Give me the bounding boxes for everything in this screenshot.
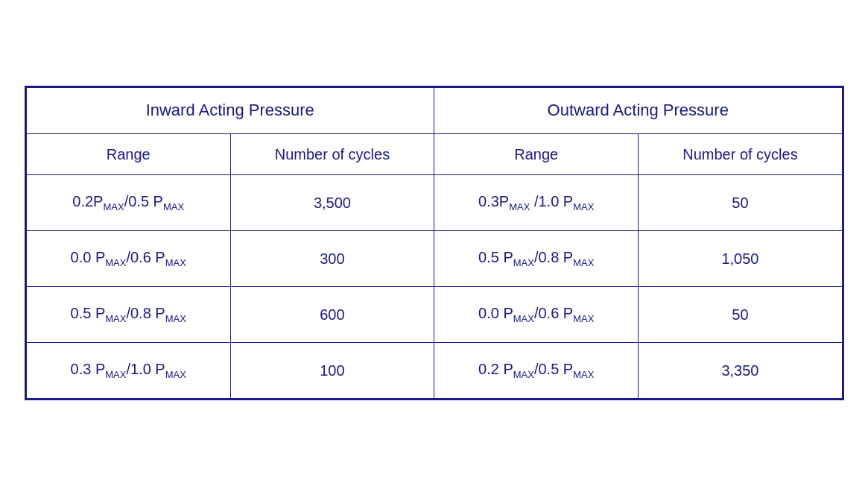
inward-range-cell-3: 0.3 PMAX/1.0 PMAX [26, 342, 230, 398]
table-row: 0.0 PMAX/0.6 PMAX3000.5 PMAX/0.8 PMAX1,0… [26, 230, 842, 286]
inward-range-cell-1: 0.0 PMAX/0.6 PMAX [26, 230, 230, 286]
table-row: 0.2PMAX/0.5 PMAX3,5000.3PMAX /1.0 PMAX50 [26, 175, 842, 231]
outward-cycles-cell-0: 50 [639, 175, 842, 231]
inward-cycles-cell-1: 300 [230, 230, 434, 286]
outward-cycles-cell-2: 50 [639, 286, 842, 342]
inward-header: Inward Acting Pressure [26, 88, 434, 134]
table-row: 0.3 PMAX/1.0 PMAX1000.2 PMAX/0.5 PMAX3,3… [26, 342, 842, 398]
inward-range-cell-2: 0.5 PMAX/0.8 PMAX [26, 286, 230, 342]
outward-range-header: Range [434, 134, 638, 175]
table-row: 0.5 PMAX/0.8 PMAX6000.0 PMAX/0.6 PMAX50 [26, 286, 842, 342]
outward-header: Outward Acting Pressure [434, 88, 842, 134]
outward-range-cell-3: 0.2 PMAX/0.5 PMAX [434, 342, 638, 398]
outward-cycles-cell-3: 3,350 [639, 342, 842, 398]
inward-range-header: Range [26, 134, 230, 175]
outward-range-cell-2: 0.0 PMAX/0.6 PMAX [434, 286, 638, 342]
outward-cycles-cell-1: 1,050 [639, 230, 842, 286]
inward-cycles-cell-2: 600 [230, 286, 434, 342]
inward-cycles-header: Number of cycles [230, 134, 434, 175]
outward-cycles-header: Number of cycles [639, 134, 842, 175]
inward-cycles-cell-3: 100 [230, 342, 434, 398]
outward-range-cell-1: 0.5 PMAX/0.8 PMAX [434, 230, 638, 286]
pressure-table: Inward Acting Pressure Outward Acting Pr… [26, 87, 843, 398]
inward-cycles-cell-0: 3,500 [230, 175, 434, 231]
main-table-wrapper: Inward Acting Pressure Outward Acting Pr… [25, 86, 844, 400]
inward-range-cell-0: 0.2PMAX/0.5 PMAX [26, 175, 230, 231]
outward-range-cell-0: 0.3PMAX /1.0 PMAX [434, 175, 638, 231]
